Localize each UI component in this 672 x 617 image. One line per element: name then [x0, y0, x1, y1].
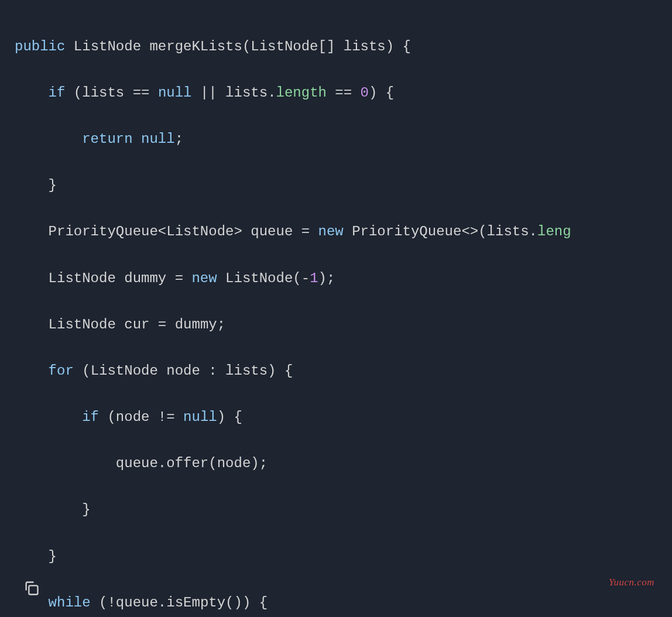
svg-rect-0 [29, 585, 37, 594]
type: ListNode [225, 270, 293, 286]
keyword-for: for [49, 363, 74, 379]
paren: ) [369, 85, 377, 101]
type: ListNode [251, 39, 318, 54]
param: lists [344, 39, 386, 54]
keyword-new: new [318, 224, 344, 239]
op: - [301, 270, 310, 286]
semi: ; [175, 131, 183, 147]
paren: ) [242, 595, 251, 611]
brackets: [] [318, 39, 335, 54]
semi: ; [217, 317, 225, 333]
paren: ) [268, 363, 276, 379]
var: node [166, 363, 200, 379]
paren: ( [82, 363, 90, 379]
var: lists [225, 85, 268, 101]
watermark: Yuucn.com [609, 574, 654, 591]
paren: ( [107, 409, 115, 425]
code-line: for (ListNode node : lists) { [15, 359, 657, 383]
op: = [158, 317, 166, 333]
paren: ) [251, 455, 259, 471]
var: node [116, 409, 150, 425]
keyword-if: if [82, 409, 99, 425]
var: dummy [175, 317, 217, 333]
brace: { [284, 363, 293, 379]
semi: ; [327, 270, 335, 286]
gt: > [234, 224, 242, 239]
code-block: public ListNode mergeKLists(ListNode[] l… [15, 12, 657, 617]
keyword-while: while [49, 595, 91, 611]
op: ! [107, 595, 115, 611]
paren: ( [293, 270, 301, 286]
type: ListNode [166, 224, 234, 239]
code-line: } [15, 498, 657, 522]
method: offer [166, 455, 208, 471]
var: queue [251, 224, 293, 239]
method-name: mergeKLists [149, 39, 242, 54]
code-line: if (lists == null || lists.length == 0) … [15, 81, 657, 105]
paren: ) [318, 270, 327, 286]
var: dummy [124, 270, 166, 286]
dot: . [158, 595, 166, 611]
keyword-null: null [141, 131, 175, 147]
brace: } [82, 502, 90, 517]
code-line: while (!queue.isEmpty()) { [15, 591, 657, 615]
type: ListNode [49, 317, 116, 333]
paren: ) [217, 409, 225, 425]
prop: leng [537, 224, 571, 239]
type: PriorityQueue [352, 224, 461, 239]
colon: : [208, 363, 217, 379]
number: 0 [361, 85, 369, 101]
brace: { [259, 595, 268, 611]
type: ListNode [91, 363, 158, 379]
prop: length [276, 85, 327, 101]
brace: } [49, 177, 57, 193]
op: = [175, 270, 183, 286]
paren: ) [386, 39, 394, 54]
dot: . [158, 455, 166, 471]
keyword-new: new [191, 270, 217, 286]
diamond: <> [461, 224, 478, 239]
keyword-if: if [49, 85, 66, 101]
op: || [200, 85, 217, 101]
op: = [301, 224, 310, 239]
type-listnode: ListNode [74, 39, 141, 54]
paren: ( [478, 224, 486, 239]
type: ListNode [49, 270, 116, 286]
code-line: public ListNode mergeKLists(ListNode[] l… [15, 35, 657, 59]
brace: { [386, 85, 394, 101]
code-line: } [15, 174, 657, 197]
var: lists [487, 224, 529, 239]
method: isEmpty [166, 595, 225, 611]
paren: ( [74, 85, 82, 101]
var: queue [116, 595, 158, 611]
var: queue [116, 455, 158, 471]
keyword-return: return [82, 131, 132, 147]
code-line: } [15, 545, 657, 568]
paren: ( [242, 39, 251, 54]
keyword-null: null [183, 409, 217, 425]
copy-icon[interactable] [23, 580, 40, 597]
var: lists [225, 363, 268, 379]
arg: node [217, 455, 251, 471]
type: PriorityQueue [49, 224, 158, 239]
op: != [158, 409, 175, 425]
dot: . [529, 224, 537, 239]
keyword-public: public [15, 39, 65, 54]
parens: () [225, 595, 242, 611]
code-line: ListNode cur = dummy; [15, 313, 657, 337]
lt: < [158, 224, 166, 239]
var: lists [82, 85, 124, 101]
code-line: if (node != null) { [15, 406, 657, 429]
brace: { [234, 409, 242, 425]
paren: ( [208, 455, 217, 471]
code-line: ListNode dummy = new ListNode(-1); [15, 267, 657, 290]
var: cur [124, 317, 149, 333]
keyword-null: null [158, 85, 192, 101]
paren: ( [99, 595, 107, 611]
code-line: return null; [15, 128, 657, 151]
brace: } [49, 549, 57, 564]
number: 1 [310, 270, 318, 286]
code-line: queue.offer(node); [15, 452, 657, 475]
brace: { [403, 39, 411, 54]
dot: . [268, 85, 276, 101]
